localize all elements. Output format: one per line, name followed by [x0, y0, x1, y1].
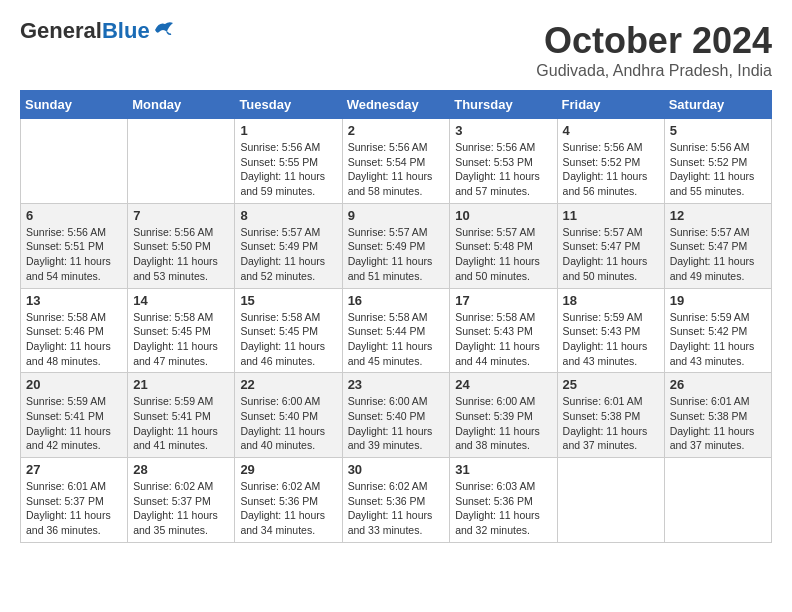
- sunset-text: Sunset: 5:41 PM: [133, 409, 229, 424]
- day-number: 2: [348, 123, 445, 138]
- sunset-text: Sunset: 5:50 PM: [133, 239, 229, 254]
- day-number: 14: [133, 293, 229, 308]
- calendar-header-tuesday: Tuesday: [235, 91, 342, 119]
- day-number: 11: [563, 208, 659, 223]
- calendar-cell: 5Sunrise: 5:56 AMSunset: 5:52 PMDaylight…: [664, 119, 771, 204]
- day-number: 20: [26, 377, 122, 392]
- daylight-text: Daylight: 11 hours and 42 minutes.: [26, 424, 122, 453]
- calendar-cell: 18Sunrise: 5:59 AMSunset: 5:43 PMDayligh…: [557, 288, 664, 373]
- calendar-cell: 13Sunrise: 5:58 AMSunset: 5:46 PMDayligh…: [21, 288, 128, 373]
- day-info: Sunrise: 6:00 AMSunset: 5:40 PMDaylight:…: [348, 394, 445, 453]
- calendar-cell: 12Sunrise: 5:57 AMSunset: 5:47 PMDayligh…: [664, 203, 771, 288]
- sunset-text: Sunset: 5:40 PM: [348, 409, 445, 424]
- calendar-week-row: 1Sunrise: 5:56 AMSunset: 5:55 PMDaylight…: [21, 119, 772, 204]
- sunrise-text: Sunrise: 5:58 AM: [26, 310, 122, 325]
- calendar-cell: 22Sunrise: 6:00 AMSunset: 5:40 PMDayligh…: [235, 373, 342, 458]
- sunrise-text: Sunrise: 6:01 AM: [670, 394, 766, 409]
- sunrise-text: Sunrise: 6:00 AM: [240, 394, 336, 409]
- daylight-text: Daylight: 11 hours and 50 minutes.: [563, 254, 659, 283]
- day-number: 5: [670, 123, 766, 138]
- day-info: Sunrise: 5:56 AMSunset: 5:53 PMDaylight:…: [455, 140, 551, 199]
- sunrise-text: Sunrise: 5:56 AM: [240, 140, 336, 155]
- calendar-week-row: 20Sunrise: 5:59 AMSunset: 5:41 PMDayligh…: [21, 373, 772, 458]
- calendar-header-row: SundayMondayTuesdayWednesdayThursdayFrid…: [21, 91, 772, 119]
- daylight-text: Daylight: 11 hours and 57 minutes.: [455, 169, 551, 198]
- calendar-cell: 7Sunrise: 5:56 AMSunset: 5:50 PMDaylight…: [128, 203, 235, 288]
- calendar-cell: 29Sunrise: 6:02 AMSunset: 5:36 PMDayligh…: [235, 458, 342, 543]
- day-info: Sunrise: 5:57 AMSunset: 5:49 PMDaylight:…: [240, 225, 336, 284]
- calendar-cell: 15Sunrise: 5:58 AMSunset: 5:45 PMDayligh…: [235, 288, 342, 373]
- daylight-text: Daylight: 11 hours and 33 minutes.: [348, 508, 445, 537]
- day-info: Sunrise: 5:59 AMSunset: 5:41 PMDaylight:…: [133, 394, 229, 453]
- calendar-cell: 28Sunrise: 6:02 AMSunset: 5:37 PMDayligh…: [128, 458, 235, 543]
- day-info: Sunrise: 5:57 AMSunset: 5:47 PMDaylight:…: [670, 225, 766, 284]
- day-number: 4: [563, 123, 659, 138]
- sunrise-text: Sunrise: 5:56 AM: [563, 140, 659, 155]
- calendar-header-monday: Monday: [128, 91, 235, 119]
- day-info: Sunrise: 6:01 AMSunset: 5:38 PMDaylight:…: [563, 394, 659, 453]
- sunrise-text: Sunrise: 6:01 AM: [563, 394, 659, 409]
- daylight-text: Daylight: 11 hours and 54 minutes.: [26, 254, 122, 283]
- calendar-week-row: 13Sunrise: 5:58 AMSunset: 5:46 PMDayligh…: [21, 288, 772, 373]
- calendar-cell: [21, 119, 128, 204]
- sunrise-text: Sunrise: 6:02 AM: [133, 479, 229, 494]
- calendar-cell: 3Sunrise: 5:56 AMSunset: 5:53 PMDaylight…: [450, 119, 557, 204]
- day-info: Sunrise: 5:58 AMSunset: 5:44 PMDaylight:…: [348, 310, 445, 369]
- sunset-text: Sunset: 5:37 PM: [26, 494, 122, 509]
- calendar-cell: 8Sunrise: 5:57 AMSunset: 5:49 PMDaylight…: [235, 203, 342, 288]
- daylight-text: Daylight: 11 hours and 35 minutes.: [133, 508, 229, 537]
- daylight-text: Daylight: 11 hours and 36 minutes.: [26, 508, 122, 537]
- calendar-cell: 2Sunrise: 5:56 AMSunset: 5:54 PMDaylight…: [342, 119, 450, 204]
- sunrise-text: Sunrise: 5:56 AM: [455, 140, 551, 155]
- day-info: Sunrise: 5:56 AMSunset: 5:54 PMDaylight:…: [348, 140, 445, 199]
- calendar-cell: 10Sunrise: 5:57 AMSunset: 5:48 PMDayligh…: [450, 203, 557, 288]
- day-info: Sunrise: 5:58 AMSunset: 5:45 PMDaylight:…: [133, 310, 229, 369]
- day-number: 29: [240, 462, 336, 477]
- daylight-text: Daylight: 11 hours and 52 minutes.: [240, 254, 336, 283]
- day-info: Sunrise: 6:02 AMSunset: 5:36 PMDaylight:…: [240, 479, 336, 538]
- day-number: 21: [133, 377, 229, 392]
- calendar-header-friday: Friday: [557, 91, 664, 119]
- day-info: Sunrise: 5:56 AMSunset: 5:52 PMDaylight:…: [670, 140, 766, 199]
- calendar-week-row: 27Sunrise: 6:01 AMSunset: 5:37 PMDayligh…: [21, 458, 772, 543]
- sunset-text: Sunset: 5:41 PM: [26, 409, 122, 424]
- sunset-text: Sunset: 5:43 PM: [455, 324, 551, 339]
- daylight-text: Daylight: 11 hours and 32 minutes.: [455, 508, 551, 537]
- day-number: 3: [455, 123, 551, 138]
- day-info: Sunrise: 6:01 AMSunset: 5:38 PMDaylight:…: [670, 394, 766, 453]
- day-number: 27: [26, 462, 122, 477]
- calendar-header-thursday: Thursday: [450, 91, 557, 119]
- day-info: Sunrise: 5:59 AMSunset: 5:41 PMDaylight:…: [26, 394, 122, 453]
- calendar-cell: 30Sunrise: 6:02 AMSunset: 5:36 PMDayligh…: [342, 458, 450, 543]
- daylight-text: Daylight: 11 hours and 37 minutes.: [670, 424, 766, 453]
- sunrise-text: Sunrise: 6:02 AM: [240, 479, 336, 494]
- sunrise-text: Sunrise: 5:59 AM: [133, 394, 229, 409]
- day-number: 31: [455, 462, 551, 477]
- day-number: 6: [26, 208, 122, 223]
- daylight-text: Daylight: 11 hours and 43 minutes.: [563, 339, 659, 368]
- calendar-cell: 20Sunrise: 5:59 AMSunset: 5:41 PMDayligh…: [21, 373, 128, 458]
- sunset-text: Sunset: 5:52 PM: [563, 155, 659, 170]
- day-info: Sunrise: 6:00 AMSunset: 5:40 PMDaylight:…: [240, 394, 336, 453]
- day-info: Sunrise: 5:58 AMSunset: 5:43 PMDaylight:…: [455, 310, 551, 369]
- daylight-text: Daylight: 11 hours and 58 minutes.: [348, 169, 445, 198]
- daylight-text: Daylight: 11 hours and 48 minutes.: [26, 339, 122, 368]
- day-number: 12: [670, 208, 766, 223]
- day-info: Sunrise: 5:56 AMSunset: 5:55 PMDaylight:…: [240, 140, 336, 199]
- sunset-text: Sunset: 5:44 PM: [348, 324, 445, 339]
- calendar-table: SundayMondayTuesdayWednesdayThursdayFrid…: [20, 90, 772, 543]
- calendar-cell: 25Sunrise: 6:01 AMSunset: 5:38 PMDayligh…: [557, 373, 664, 458]
- sunrise-text: Sunrise: 5:57 AM: [563, 225, 659, 240]
- day-number: 16: [348, 293, 445, 308]
- calendar-cell: 17Sunrise: 5:58 AMSunset: 5:43 PMDayligh…: [450, 288, 557, 373]
- page-header: GeneralBlue October 2024 Gudivada, Andhr…: [20, 20, 772, 80]
- sunset-text: Sunset: 5:54 PM: [348, 155, 445, 170]
- calendar-cell: 1Sunrise: 5:56 AMSunset: 5:55 PMDaylight…: [235, 119, 342, 204]
- sunrise-text: Sunrise: 6:02 AM: [348, 479, 445, 494]
- sunrise-text: Sunrise: 6:00 AM: [348, 394, 445, 409]
- calendar-week-row: 6Sunrise: 5:56 AMSunset: 5:51 PMDaylight…: [21, 203, 772, 288]
- calendar-cell: 11Sunrise: 5:57 AMSunset: 5:47 PMDayligh…: [557, 203, 664, 288]
- daylight-text: Daylight: 11 hours and 38 minutes.: [455, 424, 551, 453]
- calendar-cell: 4Sunrise: 5:56 AMSunset: 5:52 PMDaylight…: [557, 119, 664, 204]
- calendar-header-wednesday: Wednesday: [342, 91, 450, 119]
